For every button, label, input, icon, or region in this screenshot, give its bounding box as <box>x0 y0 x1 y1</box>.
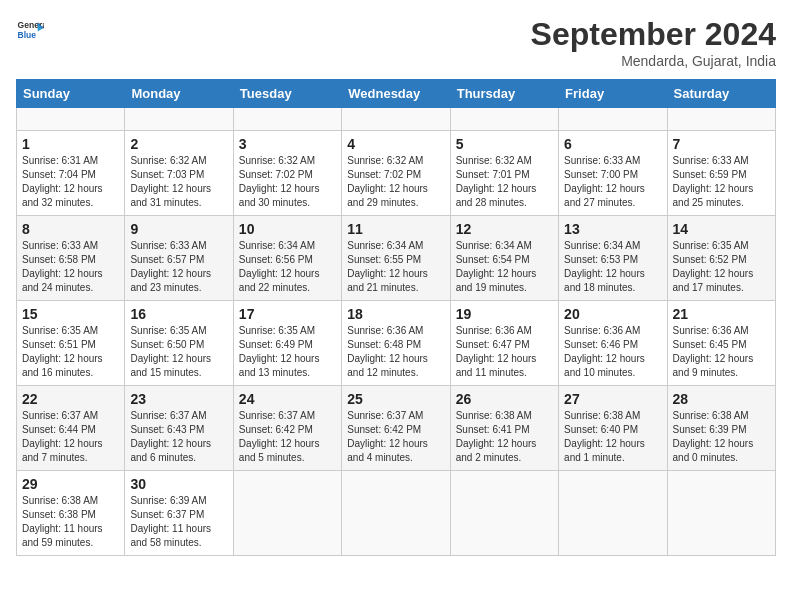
day-info: Sunrise: 6:35 AMSunset: 6:51 PMDaylight:… <box>22 324 119 380</box>
day-number: 16 <box>130 306 227 322</box>
day-info: Sunrise: 6:38 AMSunset: 6:39 PMDaylight:… <box>673 409 770 465</box>
week-row-3: 15Sunrise: 6:35 AMSunset: 6:51 PMDayligh… <box>17 301 776 386</box>
location: Mendarda, Gujarat, India <box>531 53 776 69</box>
day-cell: 21Sunrise: 6:36 AMSunset: 6:45 PMDayligh… <box>667 301 775 386</box>
day-cell: 14Sunrise: 6:35 AMSunset: 6:52 PMDayligh… <box>667 216 775 301</box>
day-cell: 23Sunrise: 6:37 AMSunset: 6:43 PMDayligh… <box>125 386 233 471</box>
day-number: 8 <box>22 221 119 237</box>
day-number: 19 <box>456 306 553 322</box>
day-cell <box>342 108 450 131</box>
day-number: 17 <box>239 306 336 322</box>
day-cell: 22Sunrise: 6:37 AMSunset: 6:44 PMDayligh… <box>17 386 125 471</box>
day-info: Sunrise: 6:39 AMSunset: 6:37 PMDaylight:… <box>130 494 227 550</box>
week-row-1: 1Sunrise: 6:31 AMSunset: 7:04 PMDaylight… <box>17 131 776 216</box>
day-cell: 15Sunrise: 6:35 AMSunset: 6:51 PMDayligh… <box>17 301 125 386</box>
day-cell: 30Sunrise: 6:39 AMSunset: 6:37 PMDayligh… <box>125 471 233 556</box>
day-cell <box>342 471 450 556</box>
day-number: 1 <box>22 136 119 152</box>
day-info: Sunrise: 6:32 AMSunset: 7:03 PMDaylight:… <box>130 154 227 210</box>
day-cell <box>559 108 667 131</box>
day-number: 15 <box>22 306 119 322</box>
day-cell: 29Sunrise: 6:38 AMSunset: 6:38 PMDayligh… <box>17 471 125 556</box>
day-cell <box>17 108 125 131</box>
day-cell <box>125 108 233 131</box>
day-info: Sunrise: 6:35 AMSunset: 6:49 PMDaylight:… <box>239 324 336 380</box>
day-info: Sunrise: 6:38 AMSunset: 6:40 PMDaylight:… <box>564 409 661 465</box>
day-info: Sunrise: 6:36 AMSunset: 6:46 PMDaylight:… <box>564 324 661 380</box>
day-info: Sunrise: 6:37 AMSunset: 6:42 PMDaylight:… <box>239 409 336 465</box>
day-cell: 19Sunrise: 6:36 AMSunset: 6:47 PMDayligh… <box>450 301 558 386</box>
day-number: 28 <box>673 391 770 407</box>
day-info: Sunrise: 6:31 AMSunset: 7:04 PMDaylight:… <box>22 154 119 210</box>
day-info: Sunrise: 6:33 AMSunset: 6:59 PMDaylight:… <box>673 154 770 210</box>
day-info: Sunrise: 6:32 AMSunset: 7:02 PMDaylight:… <box>239 154 336 210</box>
day-info: Sunrise: 6:32 AMSunset: 7:02 PMDaylight:… <box>347 154 444 210</box>
day-cell <box>667 471 775 556</box>
day-cell: 9Sunrise: 6:33 AMSunset: 6:57 PMDaylight… <box>125 216 233 301</box>
day-info: Sunrise: 6:36 AMSunset: 6:47 PMDaylight:… <box>456 324 553 380</box>
day-cell: 28Sunrise: 6:38 AMSunset: 6:39 PMDayligh… <box>667 386 775 471</box>
day-info: Sunrise: 6:37 AMSunset: 6:43 PMDaylight:… <box>130 409 227 465</box>
day-cell: 1Sunrise: 6:31 AMSunset: 7:04 PMDaylight… <box>17 131 125 216</box>
day-cell: 10Sunrise: 6:34 AMSunset: 6:56 PMDayligh… <box>233 216 341 301</box>
day-cell <box>667 108 775 131</box>
col-header-tuesday: Tuesday <box>233 80 341 108</box>
day-number: 23 <box>130 391 227 407</box>
day-number: 18 <box>347 306 444 322</box>
day-info: Sunrise: 6:37 AMSunset: 6:44 PMDaylight:… <box>22 409 119 465</box>
day-number: 3 <box>239 136 336 152</box>
day-number: 12 <box>456 221 553 237</box>
day-number: 20 <box>564 306 661 322</box>
month-title: September 2024 <box>531 16 776 53</box>
day-cell: 27Sunrise: 6:38 AMSunset: 6:40 PMDayligh… <box>559 386 667 471</box>
day-info: Sunrise: 6:34 AMSunset: 6:56 PMDaylight:… <box>239 239 336 295</box>
day-number: 7 <box>673 136 770 152</box>
page-header: General Blue September 2024 Mendarda, Gu… <box>16 16 776 69</box>
day-cell <box>233 471 341 556</box>
day-info: Sunrise: 6:34 AMSunset: 6:53 PMDaylight:… <box>564 239 661 295</box>
week-row-0 <box>17 108 776 131</box>
day-cell: 18Sunrise: 6:36 AMSunset: 6:48 PMDayligh… <box>342 301 450 386</box>
week-row-2: 8Sunrise: 6:33 AMSunset: 6:58 PMDaylight… <box>17 216 776 301</box>
day-info: Sunrise: 6:38 AMSunset: 6:38 PMDaylight:… <box>22 494 119 550</box>
day-number: 6 <box>564 136 661 152</box>
day-info: Sunrise: 6:35 AMSunset: 6:50 PMDaylight:… <box>130 324 227 380</box>
day-number: 25 <box>347 391 444 407</box>
week-row-4: 22Sunrise: 6:37 AMSunset: 6:44 PMDayligh… <box>17 386 776 471</box>
day-info: Sunrise: 6:38 AMSunset: 6:41 PMDaylight:… <box>456 409 553 465</box>
day-info: Sunrise: 6:33 AMSunset: 6:58 PMDaylight:… <box>22 239 119 295</box>
day-info: Sunrise: 6:33 AMSunset: 7:00 PMDaylight:… <box>564 154 661 210</box>
day-info: Sunrise: 6:34 AMSunset: 6:55 PMDaylight:… <box>347 239 444 295</box>
col-header-sunday: Sunday <box>17 80 125 108</box>
day-number: 26 <box>456 391 553 407</box>
day-info: Sunrise: 6:33 AMSunset: 6:57 PMDaylight:… <box>130 239 227 295</box>
logo: General Blue <box>16 16 44 44</box>
day-number: 10 <box>239 221 336 237</box>
day-cell: 25Sunrise: 6:37 AMSunset: 6:42 PMDayligh… <box>342 386 450 471</box>
col-header-wednesday: Wednesday <box>342 80 450 108</box>
day-number: 29 <box>22 476 119 492</box>
day-info: Sunrise: 6:35 AMSunset: 6:52 PMDaylight:… <box>673 239 770 295</box>
day-info: Sunrise: 6:36 AMSunset: 6:45 PMDaylight:… <box>673 324 770 380</box>
calendar-table: SundayMondayTuesdayWednesdayThursdayFrid… <box>16 79 776 556</box>
day-number: 5 <box>456 136 553 152</box>
day-number: 14 <box>673 221 770 237</box>
day-info: Sunrise: 6:32 AMSunset: 7:01 PMDaylight:… <box>456 154 553 210</box>
day-cell <box>450 471 558 556</box>
day-cell: 6Sunrise: 6:33 AMSunset: 7:00 PMDaylight… <box>559 131 667 216</box>
day-cell <box>559 471 667 556</box>
day-cell: 12Sunrise: 6:34 AMSunset: 6:54 PMDayligh… <box>450 216 558 301</box>
day-cell: 16Sunrise: 6:35 AMSunset: 6:50 PMDayligh… <box>125 301 233 386</box>
logo-icon: General Blue <box>16 16 44 44</box>
day-number: 22 <box>22 391 119 407</box>
day-cell: 4Sunrise: 6:32 AMSunset: 7:02 PMDaylight… <box>342 131 450 216</box>
col-header-saturday: Saturday <box>667 80 775 108</box>
day-number: 4 <box>347 136 444 152</box>
day-info: Sunrise: 6:37 AMSunset: 6:42 PMDaylight:… <box>347 409 444 465</box>
day-number: 21 <box>673 306 770 322</box>
header-row: SundayMondayTuesdayWednesdayThursdayFrid… <box>17 80 776 108</box>
day-number: 11 <box>347 221 444 237</box>
day-info: Sunrise: 6:36 AMSunset: 6:48 PMDaylight:… <box>347 324 444 380</box>
day-info: Sunrise: 6:34 AMSunset: 6:54 PMDaylight:… <box>456 239 553 295</box>
day-cell: 8Sunrise: 6:33 AMSunset: 6:58 PMDaylight… <box>17 216 125 301</box>
